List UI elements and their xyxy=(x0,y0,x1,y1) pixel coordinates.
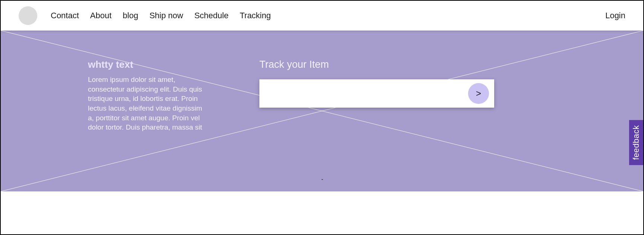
hero-text-block: whtty text Lorem ipsum dolor sit amet, c… xyxy=(88,59,207,132)
track-submit-button[interactable]: > xyxy=(468,83,489,104)
top-nav: Contact About blog Ship now Schedule Tra… xyxy=(1,1,643,31)
nav-about[interactable]: About xyxy=(90,11,112,20)
scroll-down-icon[interactable]: ˇ xyxy=(322,179,323,184)
primary-nav: Contact About blog Ship now Schedule Tra… xyxy=(51,11,271,20)
track-input-group: > xyxy=(259,79,494,108)
nav-ship-now[interactable]: Ship now xyxy=(149,11,183,20)
login-link[interactable]: Login xyxy=(605,11,625,20)
logo-icon[interactable] xyxy=(19,6,37,25)
track-title: Track your Item xyxy=(259,59,498,70)
hero-heading: whtty text xyxy=(88,59,207,70)
hero-body-text: Lorem ipsum dolor sit amet, consectetur … xyxy=(88,75,207,132)
nav-tracking[interactable]: Tracking xyxy=(240,11,271,20)
feedback-tab[interactable]: feedback xyxy=(629,120,643,165)
hero-section: whtty text Lorem ipsum dolor sit amet, c… xyxy=(1,31,643,191)
nav-blog[interactable]: blog xyxy=(123,11,138,20)
tracking-number-input[interactable] xyxy=(267,79,468,108)
track-panel: Track your Item > xyxy=(259,59,498,108)
nav-contact[interactable]: Contact xyxy=(51,11,79,20)
nav-schedule[interactable]: Schedule xyxy=(194,11,228,20)
